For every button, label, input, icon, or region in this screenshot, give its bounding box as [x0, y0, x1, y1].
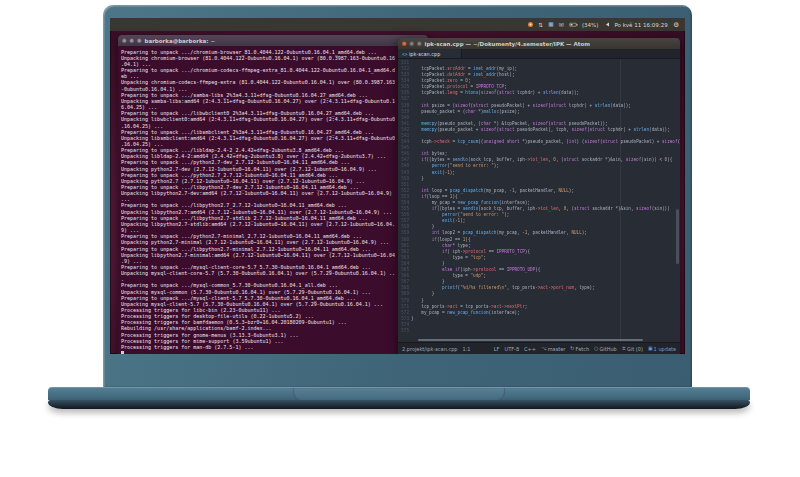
atom-window-title: ipk-scan.cpp — ~/Dokumenty/4.semester/IP… [425, 40, 590, 47]
volume-icon[interactable] [604, 23, 609, 27]
tab-ipk-scan[interactable]: <> ipk-scan.cpp [398, 49, 462, 59]
terminal-window: barborka@barborka: ~ Preparing to unpack… [118, 35, 428, 354]
wrap-guide [620, 59, 621, 342]
horizontal-scrollbar[interactable] [418, 339, 643, 341]
terminal-line: Unpacking libpython2.7-stdlib:amd64 (2.7… [121, 221, 425, 227]
status-updates[interactable]: ▣ 1 update [648, 346, 676, 352]
code-editor[interactable]: 530 tcph->urg_ptr = 0;531532 tcpPacket.s… [398, 59, 680, 342]
terminal-line: Unpacking libpython2.7-dev:amd64 (2.7.12… [121, 190, 425, 196]
cpp-file-icon: <> [402, 52, 407, 57]
status-cursor-position[interactable]: 1:1 [462, 346, 470, 352]
fetch-icon: ↻ [570, 346, 574, 351]
keyboard-indicator-icon[interactable] [548, 22, 553, 27]
atom-minimize-button[interactable] [410, 41, 415, 46]
screen-desktop: ⇅ ✉ (34%) Po kvě 11 16:09:29 ⚙ [110, 18, 685, 354]
laptop-base-edge [48, 400, 750, 409]
update-indicator-icon[interactable] [528, 22, 533, 27]
atom-window: ipk-scan.cpp — ~/Dokumenty/4.semester/IP… [398, 38, 680, 354]
network-indicator-icon[interactable]: ⇅ [538, 22, 543, 28]
status-git-branch[interactable]: ⌥ master [541, 346, 565, 352]
battery-icon[interactable] [569, 23, 576, 27]
atom-close-button[interactable] [402, 41, 407, 46]
terminal-cursor [121, 351, 124, 354]
terminal-line: Unpacking libsmbclient:amd64 (2:4.3.11+d… [121, 135, 425, 141]
package-update-icon: ▣ [648, 346, 653, 351]
terminal-cursor-line [121, 350, 425, 354]
terminal-line: Unpacking mysql-client-core-5.7 (5.7.30-… [121, 270, 425, 276]
clock[interactable]: Po kvě 11 16:09:29 [614, 21, 667, 28]
terminal-close-button[interactable] [122, 38, 127, 43]
status-grammar[interactable]: C++ [524, 346, 536, 352]
code-line: 575 [398, 327, 680, 333]
terminal-maximize-button[interactable] [137, 38, 142, 43]
tab-label: ipk-scan.cpp [409, 51, 441, 57]
status-bar: 2.projekt/ipk-scan.cpp 1:1 LF UTF-8 C++ … [398, 342, 680, 354]
status-fetch[interactable]: ↻ Fetch [570, 346, 589, 352]
mail-indicator-icon[interactable]: ✉ [559, 22, 564, 28]
github-icon: ○ [594, 346, 598, 351]
git-diff-icon: ± [622, 346, 626, 351]
terminal-titlebar[interactable]: barborka@barborka: ~ [118, 35, 428, 46]
status-file-path[interactable]: 2.projekt/ipk-scan.cpp [402, 346, 457, 352]
status-github[interactable]: ○ GitHub [594, 346, 617, 352]
line-number: 575 [398, 327, 411, 333]
tab-bar: <> ipk-scan.cpp [398, 49, 680, 59]
terminal-line: Unpacking libpython2.7-minimal:amd64 (2.… [121, 252, 425, 258]
terminal-line: Unpacking python2.7-minimal (2.7.12-1ubu… [121, 240, 425, 246]
terminal-minimize-button[interactable] [130, 38, 135, 43]
code-line: 542 memcpy(pseudo_packet + sizeof(struct… [398, 126, 680, 132]
branch-icon: ⌥ [541, 346, 547, 351]
status-git-changes[interactable]: ± Git (0) [622, 346, 643, 352]
ubuntu-top-panel: ⇅ ✉ (34%) Po kvě 11 16:09:29 ⚙ [110, 18, 685, 31]
status-encoding[interactable]: UTF-8 [504, 346, 519, 352]
status-line-ending[interactable]: LF [494, 346, 500, 352]
vertical-scrollbar[interactable] [676, 209, 679, 264]
terminal-line: Unpacking chromium-codecs-ffmpeg-extra (… [121, 80, 425, 86]
battery-percentage: (34%) [582, 21, 599, 28]
session-gear-icon[interactable]: ⚙ [673, 21, 679, 28]
terminal-title: barborka@barborka: ~ [145, 37, 216, 44]
atom-maximize-button[interactable] [417, 41, 422, 46]
laptop-lid: ⇅ ✉ (34%) Po kvě 11 16:09:29 ⚙ [103, 5, 692, 388]
terminal-line: Unpacking samba-libs:amd64 (2:4.3.11+dfs… [121, 98, 425, 104]
terminal-output[interactable]: Preparing to unpack .../chromium-browser… [118, 46, 428, 354]
code-line: 544 tcph->check = tcp_csum((unsigned sho… [398, 138, 680, 144]
terminal-line: Unpacking chromium-browser (81.0.4044.12… [121, 55, 425, 61]
terminal-line: Preparing to unpack .../chromium-codecs-… [121, 67, 425, 73]
laptop-base [48, 387, 750, 400]
terminal-line: Unpacking libwbclient0:amd64 (2:4.3.11+d… [121, 117, 425, 123]
atom-titlebar[interactable]: ipk-scan.cpp — ~/Dokumenty/4.semester/IP… [398, 38, 680, 49]
